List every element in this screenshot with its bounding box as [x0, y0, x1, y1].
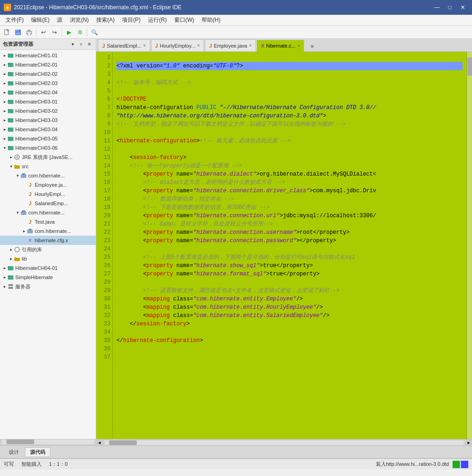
code-editor: 12345 678910 1112131415 1617181920 21222…	[96, 52, 472, 439]
tree-label: HourlyEmpl...	[35, 191, 65, 197]
tree-item-ch03-06[interactable]: ▾ HibernateCH03-06	[0, 143, 96, 153]
tree-item-ch03-05[interactable]: ▸ HibernateCH03-05	[0, 134, 96, 143]
tree-item-ch02-03[interactable]: ▸ HibernateCH02-03	[0, 79, 96, 88]
svg-rect-32	[21, 174, 26, 178]
sidebar-close-button[interactable]: ✕	[86, 41, 93, 48]
expand-icon: ▸	[21, 229, 27, 233]
close-button[interactable]: ✕	[457, 3, 468, 12]
menu-file[interactable]: 文件(F)	[2, 15, 27, 25]
tab-close-icon[interactable]: ×	[143, 43, 146, 48]
tree-item-test-java[interactable]: J Test.java	[0, 217, 96, 226]
tree-item-ch03-01[interactable]: ▸ HibernateCH03-01	[0, 97, 96, 106]
tree-item-hourly-java[interactable]: J HourlyEmpl...	[0, 189, 96, 199]
tree-label: Test.java	[35, 219, 55, 225]
tree-item-package-entity[interactable]: ▾ com.hibernate...	[0, 171, 96, 180]
tree-label: 引用的库	[22, 246, 42, 253]
menu-navigate[interactable]: 浏览(N)	[66, 15, 92, 25]
menu-source[interactable]: 源	[53, 15, 66, 25]
tab-hourly[interactable]: J HourlyEmploy... ×	[151, 39, 204, 51]
tree-label: HibernateCH02-02	[15, 71, 58, 77]
tree-item-ch02-02[interactable]: ▸ HibernateCH02-02	[0, 69, 96, 79]
tree-item-package-test[interactable]: ▾ com.hibernate...	[0, 208, 96, 217]
redo-button[interactable]: ↪	[49, 27, 60, 37]
expand-icon: ▸	[2, 53, 7, 58]
undo-button[interactable]: ↩	[38, 27, 49, 37]
tree-item-src[interactable]: ▾ src	[0, 162, 96, 171]
sidebar: 包资源管理器 ▾ ▿ ✕ ▸ HibernateCH01-01 ▸	[0, 39, 96, 445]
svg-rect-36	[27, 230, 33, 233]
scroll-right-button[interactable]: ►	[466, 439, 472, 446]
svg-rect-12	[8, 63, 10, 64]
tree-item-ref-lib[interactable]: ▸ 引用的库	[0, 245, 96, 254]
minimize-button[interactable]: —	[431, 3, 442, 12]
status-green-indicator	[453, 461, 460, 468]
sidebar-controls: ▾ ▿ ✕	[69, 41, 93, 48]
menu-run[interactable]: 运行(R)	[144, 15, 171, 25]
tree-item-ch03-02[interactable]: ▸ HibernateCH03-02	[0, 106, 96, 116]
status-left: 可写 智能插入 1：1：0	[4, 461, 67, 468]
tab-more-button[interactable]: »	[307, 41, 317, 51]
sidebar-menu-button[interactable]: ▿	[77, 41, 85, 48]
tree-item-salaried-java[interactable]: J SalariedEmp...	[0, 199, 96, 208]
editor-area: J SalariedEmpl... × J HourlyEmploy... × …	[96, 39, 472, 445]
tree-label: com.hibernate...	[28, 173, 65, 178]
tree-item-lib[interactable]: ▸ lib	[0, 254, 96, 263]
vertical-scrollbar[interactable]	[466, 52, 472, 439]
svg-rect-8	[28, 33, 31, 35]
toolbar-separator-3	[87, 28, 87, 37]
tree-item-server[interactable]: ▸ 服务器	[0, 282, 96, 291]
tree-item-ch02-01[interactable]: ▸ HibernateCH02-01	[0, 60, 96, 69]
tree-item-ch02-04[interactable]: ▸ HibernateCH02-04	[0, 88, 96, 97]
tree-item-ch04-01[interactable]: ▸ HibernateCH04-01	[0, 263, 96, 273]
tab-label: hibernate.c...	[266, 43, 296, 49]
run-button[interactable]: ▶	[64, 27, 74, 37]
tree-label: HibernateCH02-03	[15, 80, 58, 86]
print-button[interactable]	[24, 27, 34, 37]
title-bar-controls: — □ ✕	[431, 3, 468, 12]
menu-window[interactable]: 窗口(W)	[171, 15, 198, 25]
bottom-tab-source[interactable]: 源代码	[25, 447, 50, 457]
tree-item-employee-java[interactable]: J Employee.ja...	[0, 180, 96, 189]
tab-salaried[interactable]: J SalariedEmpl... ×	[98, 39, 150, 51]
save-button[interactable]	[13, 27, 23, 37]
tab-employee[interactable]: J Employee.java ×	[205, 39, 256, 51]
bottom-tab-design[interactable]: 设计	[4, 447, 24, 457]
sidebar-collapse-button[interactable]: ▾	[69, 41, 76, 48]
tree-label: JRE 系统库 [JavaSE...	[22, 154, 73, 161]
menu-project[interactable]: 项目(P)	[118, 15, 144, 25]
status-insert: 智能插入	[21, 461, 42, 468]
scroll-thumb	[109, 440, 137, 445]
tree-item-simple-hibernate[interactable]: ▸ SimpleHibernate	[0, 273, 96, 282]
tree-item-hibernate-cfg[interactable]: X hibernate.cfg.x	[0, 236, 96, 245]
svg-rect-22	[8, 109, 10, 110]
horizontal-scrollbar[interactable]: ◄ ►	[96, 439, 472, 445]
code-content[interactable]: <?xml version="1.0" encoding="UTF-8"?> <…	[113, 52, 466, 439]
menu-search[interactable]: 搜索(A)	[92, 15, 118, 25]
status-loading: 装入http://www.hi...ration-3.0.dtd	[376, 461, 449, 468]
debug-button[interactable]: ⚙	[75, 27, 85, 37]
tree-item-package-3[interactable]: ▸ com.hibernate...	[0, 226, 96, 236]
tab-hibernate-cfg[interactable]: X hibernate.c... ×	[257, 40, 304, 52]
tree-item-ch01-01[interactable]: ▸ HibernateCH01-01	[0, 51, 96, 60]
sidebar-header: 包资源管理器 ▾ ▿ ✕	[0, 39, 96, 50]
tab-close-icon[interactable]: ×	[249, 43, 252, 48]
tree-label: HibernateCH03-04	[15, 127, 58, 132]
expand-icon: ▾	[8, 164, 14, 169]
tree-item-ch03-04[interactable]: ▸ HibernateCH03-04	[0, 125, 96, 134]
new-button[interactable]	[2, 27, 12, 37]
svg-rect-30	[8, 146, 10, 147]
tab-close-icon[interactable]: ×	[297, 43, 300, 49]
java-icon: J	[27, 182, 33, 188]
menu-edit[interactable]: 编辑(E)	[27, 15, 53, 25]
tab-close-icon[interactable]: ×	[197, 43, 200, 48]
tree-item-jre[interactable]: ▸ JRE 系统库 [JavaSE...	[0, 153, 96, 162]
search-button[interactable]: 🔍	[89, 27, 99, 37]
maximize-button[interactable]: □	[444, 3, 455, 12]
tree-item-ch03-03[interactable]: ▸ HibernateCH03-03	[0, 116, 96, 125]
scroll-left-button[interactable]: ◄	[96, 439, 103, 446]
svg-rect-5	[16, 32, 20, 35]
status-right: 装入http://www.hi...ration-3.0.dtd	[376, 461, 468, 468]
title-bar-left: e 2021Eclipse - HibernateCH03-06/src/hib…	[4, 4, 182, 11]
sidebar-horizontal-scroll[interactable]	[0, 439, 96, 445]
menu-help[interactable]: 帮助(H)	[198, 15, 224, 25]
